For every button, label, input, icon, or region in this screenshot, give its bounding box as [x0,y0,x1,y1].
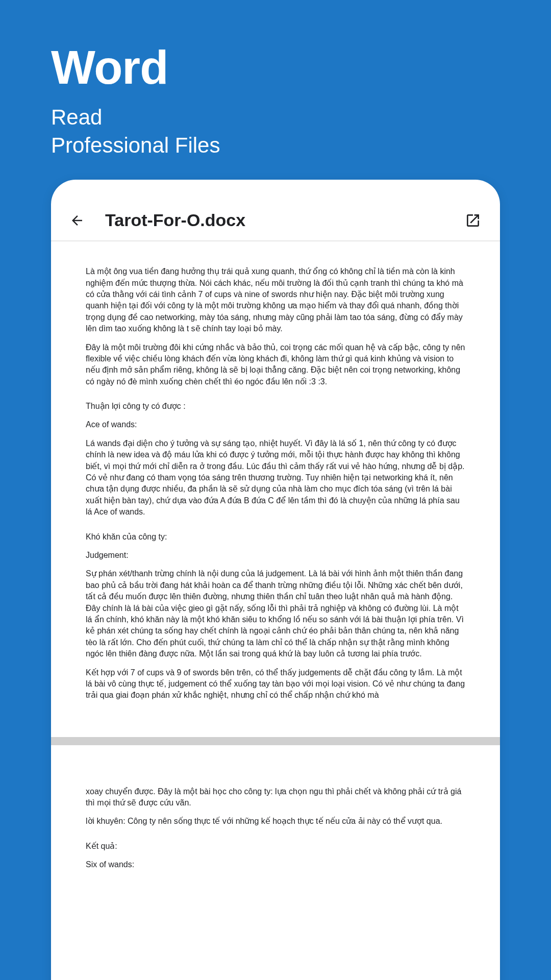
phone-frame: Tarot-For-O.docx Là một ông vua tiền đan… [51,180,500,980]
open-external-icon [465,212,481,229]
doc-paragraph: Đây là một môi trường đôi khi cứng nhắc … [86,342,465,388]
doc-paragraph: Kết hợp với 7 of cups và 9 of swords bên… [86,667,465,701]
app-header: Tarot-For-O.docx [51,180,500,241]
doc-section-heading: Kết quả: [86,841,465,852]
doc-subheading: Six of wands: [86,859,465,870]
doc-paragraph: Lá wands đại diện cho ý tưởng và sự sáng… [86,438,465,518]
document-page-1: Là một ông vua tiền đang hưởng thụ trái … [51,241,500,745]
file-title: Tarot-For-O.docx [105,210,464,230]
doc-section-heading: Khó khăn của công ty: [86,531,465,543]
arrow-left-icon [69,212,85,229]
doc-subheading: Judgement: [86,550,465,561]
page-break [51,737,500,745]
back-button[interactable] [69,213,85,228]
doc-paragraph: Sự phán xét/thanh trừng chính là nội dun… [86,568,465,659]
doc-subheading: Ace of wands: [86,419,465,430]
doc-paragraph: Là một ông vua tiền đang hưởng thụ trái … [86,266,465,334]
open-external-button[interactable] [464,212,482,229]
doc-section-heading: Thuận lợi công ty có được : [86,401,465,412]
document-page-2: xoay chuyển được. Đây là một bài học cho… [51,745,500,871]
promo-subtitle: Read Professional Files [51,104,500,159]
promo-title: Word [51,41,500,94]
doc-paragraph: xoay chuyển được. Đây là một bài học cho… [86,786,465,809]
doc-paragraph: lời khuyên: Công ty nên sống thực tế với… [86,816,465,827]
